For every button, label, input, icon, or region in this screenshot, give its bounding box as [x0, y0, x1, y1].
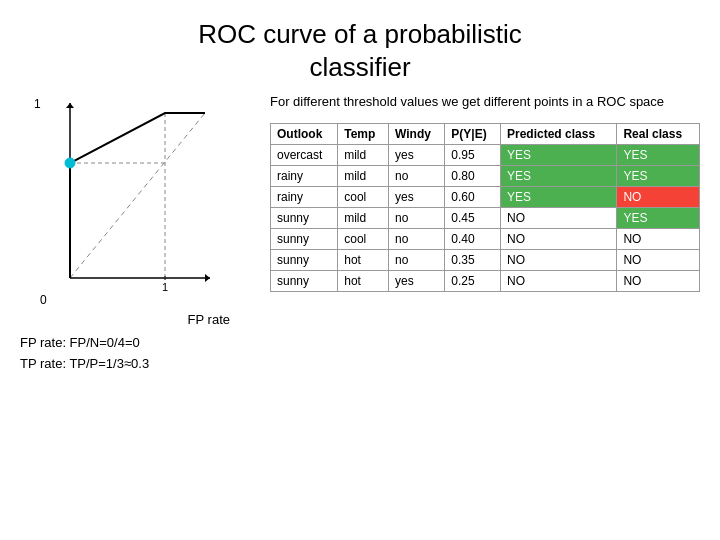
- table-row: sunnycoolno0.40NONO: [271, 229, 700, 250]
- table-cell: 0.95: [445, 145, 501, 166]
- col-header-windy: Windy: [389, 124, 445, 145]
- table-cell: 0.45: [445, 208, 501, 229]
- table-cell: mild: [338, 208, 389, 229]
- description-text: For different threshold values we get di…: [270, 93, 700, 111]
- table-row: overcastmildyes0.95YESYES: [271, 145, 700, 166]
- table-cell: YES: [617, 208, 700, 229]
- table-row: sunnymildno0.45NOYES: [271, 208, 700, 229]
- table-cell: sunny: [271, 250, 338, 271]
- table-cell: NO: [617, 187, 700, 208]
- origin-zero: 0: [40, 293, 47, 307]
- table-cell: 0.25: [445, 271, 501, 292]
- table-cell: no: [389, 250, 445, 271]
- table-row: sunnyhotno0.35NONO: [271, 250, 700, 271]
- table-cell: yes: [389, 187, 445, 208]
- table-cell: no: [389, 229, 445, 250]
- svg-marker-7: [66, 103, 74, 108]
- roc-svg: 1 TP rate: [50, 103, 210, 303]
- table-cell: YES: [617, 166, 700, 187]
- table-cell: sunny: [271, 271, 338, 292]
- table-cell: NO: [617, 229, 700, 250]
- table-row: rainymildno0.80YESYES: [271, 166, 700, 187]
- col-header-temp: Temp: [338, 124, 389, 145]
- table-cell: overcast: [271, 145, 338, 166]
- col-header-real: Real class: [617, 124, 700, 145]
- roc-chart-panel: 1 0: [20, 93, 250, 375]
- table-cell: sunny: [271, 208, 338, 229]
- table-cell: yes: [389, 145, 445, 166]
- table-cell: rainy: [271, 166, 338, 187]
- svg-text:1: 1: [162, 281, 168, 293]
- table-cell: yes: [389, 271, 445, 292]
- table-row: rainycoolyes0.60YESNO: [271, 187, 700, 208]
- page-title: ROC curve of a probabilistic classifier: [0, 0, 720, 83]
- table-cell: NO: [501, 250, 617, 271]
- roc-chart: 1 0: [50, 103, 230, 303]
- table-cell: YES: [501, 166, 617, 187]
- right-panel: For different threshold values we get di…: [250, 93, 700, 375]
- table-cell: rainy: [271, 187, 338, 208]
- table-cell: 0.60: [445, 187, 501, 208]
- table-cell: sunny: [271, 229, 338, 250]
- tp-rate-footnote: TP rate: TP/P=1/3≈0.3: [20, 354, 250, 375]
- table-cell: cool: [338, 187, 389, 208]
- table-cell: YES: [501, 187, 617, 208]
- table-cell: NO: [501, 229, 617, 250]
- col-header-prob: P(Y|E): [445, 124, 501, 145]
- table-cell: NO: [501, 208, 617, 229]
- table-cell: YES: [617, 145, 700, 166]
- table-cell: 0.35: [445, 250, 501, 271]
- table-cell: no: [389, 166, 445, 187]
- col-header-outlook: Outlook: [271, 124, 338, 145]
- table-cell: hot: [338, 271, 389, 292]
- table-row: sunnyhotyes0.25NONO: [271, 271, 700, 292]
- table-cell: hot: [338, 250, 389, 271]
- table-cell: cool: [338, 229, 389, 250]
- table-cell: 0.40: [445, 229, 501, 250]
- footnotes: FP rate: FP/N=0/4=0 TP rate: TP/P=1/3≈0.…: [20, 333, 250, 375]
- col-header-predicted: Predicted class: [501, 124, 617, 145]
- table-cell: NO: [617, 250, 700, 271]
- x-axis-label: FP rate: [188, 312, 230, 327]
- y-axis-one: 1: [34, 97, 41, 111]
- svg-marker-6: [205, 274, 210, 282]
- svg-point-5: [65, 158, 75, 168]
- table-cell: no: [389, 208, 445, 229]
- table-cell: mild: [338, 166, 389, 187]
- svg-line-2: [70, 113, 205, 278]
- table-cell: YES: [501, 145, 617, 166]
- data-table: Outlook Temp Windy P(Y|E) Predicted clas…: [270, 123, 700, 292]
- fp-rate-footnote: FP rate: FP/N=0/4=0: [20, 333, 250, 354]
- table-cell: NO: [617, 271, 700, 292]
- table-cell: 0.80: [445, 166, 501, 187]
- table-cell: NO: [501, 271, 617, 292]
- table-cell: mild: [338, 145, 389, 166]
- table-header-row: Outlook Temp Windy P(Y|E) Predicted clas…: [271, 124, 700, 145]
